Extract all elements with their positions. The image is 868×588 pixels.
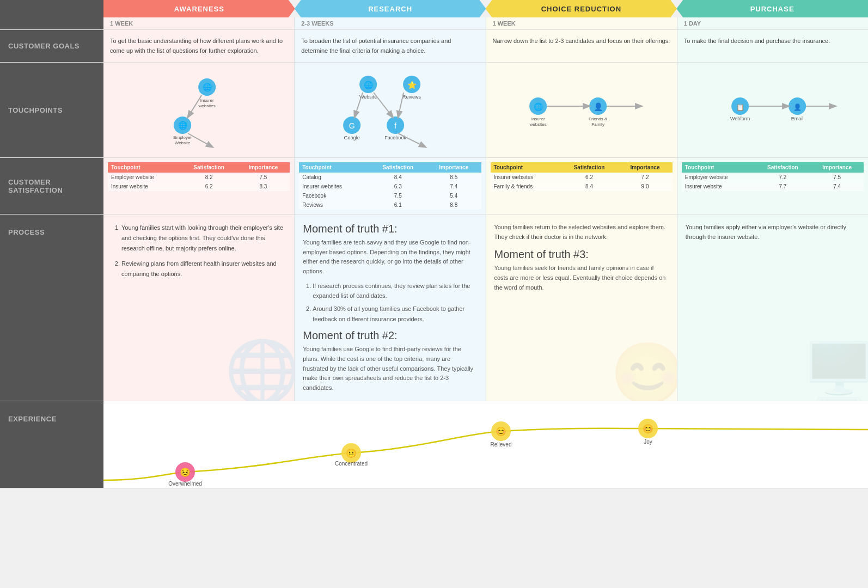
satisfaction-awareness: Touchpoint Satisfaction Importance Emplo… — [103, 158, 295, 214]
timeline-row: 1 WEEK 2-3 WEEKS 1 WEEK 1 DAY — [0, 17, 868, 30]
svg-text:👤: 👤 — [593, 102, 603, 112]
goal-purchase: To make the final decision and purchase … — [677, 30, 868, 62]
svg-line-9 — [188, 133, 212, 147]
timeline-choice: 1 WEEK — [486, 17, 677, 29]
touchpoints-choice: 🌐 Insurer websites 👤 Friends & Family — [486, 63, 677, 157]
moment3-title: Moment of truth #3: — [494, 248, 669, 261]
svg-text:Employer: Employer — [173, 135, 192, 140]
svg-text:⭐: ⭐ — [407, 81, 417, 90]
label-satisfaction: CUSTOMER SATISFACTION — [0, 158, 103, 214]
svg-text:websites: websites — [529, 122, 546, 127]
satisfaction-row: CUSTOMER SATISFACTION Touchpoint Satisfa… — [0, 158, 868, 215]
table-row: Family & friends8.49.0 — [491, 182, 673, 191]
table-row: Employer website7.27.5 — [682, 173, 864, 182]
svg-text:Email: Email — [791, 116, 804, 121]
table-row: Catalog8.48.5 — [299, 173, 481, 182]
label-process: PROCESS — [0, 215, 103, 401]
svg-text:Joy: Joy — [644, 439, 652, 445]
svg-text:Relieved: Relieved — [491, 442, 512, 448]
goal-choice: Narrow down the list to 2-3 candidates a… — [486, 30, 677, 62]
svg-text:Family: Family — [591, 122, 604, 127]
table-row: Insurer website7.77.4 — [682, 182, 864, 191]
svg-text:😊: 😊 — [496, 426, 506, 437]
svg-text:😐: 😐 — [346, 448, 357, 458]
svg-text:📋: 📋 — [736, 103, 744, 111]
experience-row: EXPERIENCE 😣 Overwhelmed 😐 Concentrated … — [0, 401, 868, 488]
svg-text:Overwhelmed: Overwhelmed — [168, 481, 202, 487]
process-row: PROCESS Young families start with lookin… — [0, 215, 868, 401]
touchpoints-awareness: 🌐 Insurer websites 🌐 Employer Website — [103, 63, 295, 157]
timeline-purchase: 1 DAY — [677, 17, 868, 29]
touchpoints-research: 🌐 Website ⭐ Reviews G Google f Facebook — [295, 63, 486, 157]
svg-text:Webform: Webform — [730, 116, 750, 121]
svg-text:Concentrated: Concentrated — [335, 461, 368, 467]
moment1-title: Moment of truth #1: — [303, 223, 477, 235]
svg-text:🌐: 🌐 — [533, 102, 543, 112]
svg-text:😊: 😊 — [643, 424, 653, 434]
svg-line-24 — [398, 93, 404, 117]
svg-text:🌐: 🌐 — [178, 121, 188, 130]
svg-text:G: G — [349, 121, 355, 130]
satisfaction-purchase: Touchpoint Satisfaction Importance Emplo… — [677, 158, 868, 214]
svg-text:Friends &: Friends & — [589, 117, 608, 121]
phase-label-research: RESEARCH — [368, 5, 412, 13]
svg-text:f: f — [394, 121, 396, 130]
table-row: Facebook7.55.4 — [299, 191, 481, 200]
svg-text:😣: 😣 — [180, 467, 191, 477]
process-choice: Young families return to the selected we… — [486, 215, 677, 401]
timeline-research: 2-3 WEEKS — [295, 17, 486, 29]
svg-text:websites: websites — [198, 103, 216, 108]
svg-line-22 — [354, 93, 363, 117]
svg-text:Reviews: Reviews — [402, 94, 421, 100]
table-row: Insurer websites6.27.2 — [491, 173, 673, 182]
timeline-awareness: 1 WEEK — [103, 17, 295, 29]
moment2-title: Moment of truth #2: — [303, 329, 477, 342]
phase-header-purchase: PURCHASE — [676, 0, 868, 17]
table-row: Employer website8.27.5 — [108, 173, 290, 182]
table-row: Reviews6.18.8 — [299, 200, 481, 210]
table-row: Insurer websites6.37.4 — [299, 182, 481, 191]
experience-chart: 😣 Overwhelmed 😐 Concentrated 😊 Relieved … — [103, 401, 868, 488]
svg-text:Insurer: Insurer — [200, 98, 214, 103]
svg-line-23 — [374, 93, 393, 117]
phase-label-purchase: PURCHASE — [750, 5, 794, 13]
phase-label-choice: CHOICE REDUCTION — [541, 5, 621, 13]
touchpoints-purchase: 📋 Webform 👤 Email — [677, 63, 868, 157]
process-purchase: Young families apply either via employer… — [677, 215, 868, 401]
process-awareness: Young families start with looking throug… — [103, 215, 295, 401]
label-touchpoints: TOUCHPOINTS — [0, 63, 103, 157]
goal-research: To broaden the list of potential insuran… — [295, 30, 486, 62]
svg-text:Insurer: Insurer — [531, 117, 545, 121]
process-research: Moment of truth #1: Young families are t… — [295, 215, 486, 401]
phase-header-choice: CHOICE REDUCTION — [486, 0, 677, 17]
svg-text:🌐: 🌐 — [364, 81, 374, 90]
label-customer-goals: CUSTOMER GOALS — [0, 30, 103, 62]
phase-header-research: RESEARCH — [295, 0, 486, 17]
goals-row: CUSTOMER GOALS To get the basic understa… — [0, 30, 868, 63]
label-experience: EXPERIENCE — [0, 401, 103, 488]
svg-text:👤: 👤 — [793, 103, 801, 111]
svg-text:Google: Google — [344, 135, 360, 140]
phase-header-awareness: AWARENESS — [103, 0, 295, 17]
touchpoints-row: TOUCHPOINTS 🌐 Insurer websites 🌐 Employe… — [0, 63, 868, 158]
svg-text:🌐: 🌐 — [203, 83, 212, 92]
satisfaction-choice: Touchpoint Satisfaction Importance Insur… — [486, 158, 677, 214]
goal-awareness: To get the basic understanding of how di… — [103, 30, 295, 62]
table-row: Insurer website6.28.3 — [108, 182, 290, 191]
phase-label-awareness: AWARENESS — [174, 5, 224, 13]
satisfaction-research: Touchpoint Satisfaction Importance Catal… — [295, 158, 486, 214]
svg-text:Website: Website — [175, 140, 191, 145]
